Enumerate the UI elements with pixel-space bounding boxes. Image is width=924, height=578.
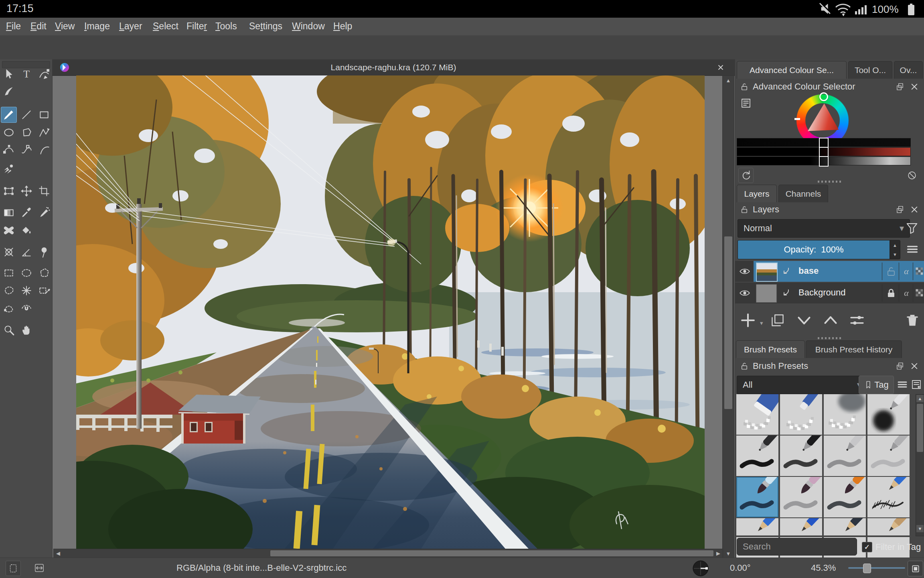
pan-mode-icon[interactable] [34, 563, 45, 573]
layer-row-base[interactable]: baseα [735, 261, 924, 282]
canvas-painting[interactable] [76, 75, 705, 549]
selection-display-mode-button[interactable] [6, 561, 21, 576]
brush-tag-filter-dropdown[interactable]: All▾ [737, 376, 867, 394]
tool-transform[interactable] [1, 183, 17, 199]
tool-smart-patch[interactable] [1, 222, 17, 238]
close-docker-icon[interactable] [910, 205, 919, 214]
docker-lock-icon[interactable] [740, 205, 749, 214]
brush-preset-12[interactable] [867, 477, 910, 517]
menu-item-tools[interactable]: Tools [215, 21, 237, 32]
tab-tool-o-[interactable]: Tool O... [848, 61, 892, 79]
tool-freehand-path[interactable] [18, 142, 34, 158]
scroll-left-icon[interactable]: ◀ [55, 549, 62, 558]
brush-preset-8[interactable] [867, 436, 910, 476]
tab-advanced-colour-se-[interactable]: Advanced Colour Se... [737, 61, 847, 79]
close-docker-icon[interactable] [910, 82, 919, 91]
tool-multibrush[interactable] [1, 161, 17, 177]
brush-preset-11[interactable] [824, 477, 866, 517]
tool-bezier-curve[interactable] [1, 142, 17, 158]
filter-in-tag-checkbox[interactable]: ✓Filter in Tag [862, 539, 921, 555]
tag-button[interactable]: Tag [859, 376, 894, 394]
menu-item-image[interactable]: Image [84, 21, 110, 32]
tool-bezier-select[interactable] [1, 300, 17, 316]
layer-inherit-alpha-icon[interactable] [914, 287, 924, 298]
menu-item-file[interactable]: File [6, 21, 21, 32]
docker-lock-icon[interactable] [740, 362, 749, 370]
brush-preset-1[interactable] [736, 394, 778, 435]
duplicate-layer-button[interactable] [769, 311, 786, 329]
layer-alpha-icon[interactable]: α [900, 287, 912, 299]
brush-preset-3[interactable] [824, 394, 866, 435]
brush-preset-5[interactable] [736, 436, 778, 476]
brush-preset-6[interactable] [780, 436, 822, 476]
brush-view-detail-icon[interactable] [910, 376, 923, 393]
menu-item-window[interactable]: Window [292, 21, 325, 32]
tool-pan[interactable] [18, 322, 34, 338]
tool-color-sampler[interactable] [18, 205, 34, 221]
tool-freehand-select[interactable] [1, 283, 17, 299]
scroll-down-icon[interactable]: ▼ [723, 550, 734, 557]
brush-scroll-thumb[interactable] [917, 404, 923, 452]
rotation-dial[interactable] [692, 560, 709, 577]
tab-brush-preset-history[interactable]: Brush Preset History [806, 340, 902, 358]
brush-search-input[interactable]: Search [737, 538, 857, 556]
float-docker-icon[interactable] [896, 362, 904, 370]
brush-preset-7[interactable] [824, 436, 866, 476]
float-docker-icon[interactable] [896, 205, 904, 214]
tool-freehand-brush-selected[interactable] [1, 107, 17, 123]
layer-unlock-icon[interactable] [884, 265, 898, 278]
splitter-handle-2[interactable] [818, 337, 842, 339]
move-layer-down-button[interactable] [795, 311, 813, 329]
add-layer-button[interactable] [739, 311, 757, 329]
tab-ov-[interactable]: Ov... [894, 61, 923, 79]
splitter-handle[interactable] [818, 181, 842, 183]
tool-arc[interactable] [36, 142, 52, 158]
menu-item-layer[interactable]: Layer [119, 21, 142, 32]
menu-item-filter[interactable]: Filter [186, 21, 207, 32]
tool-zoom[interactable] [1, 322, 17, 338]
layer-alpha-icon[interactable]: α [900, 265, 912, 278]
tool-calligraphy[interactable] [1, 83, 17, 100]
layer-inherit-alpha-icon[interactable] [914, 266, 924, 276]
tool-text[interactable]: T [18, 66, 34, 82]
tool-gradient[interactable] [1, 205, 17, 221]
brush-preset-2[interactable] [780, 394, 822, 435]
brush-preset-4[interactable] [867, 394, 910, 435]
scroll-up-icon[interactable]: ▲ [723, 77, 734, 84]
menu-item-settings[interactable]: Settings [249, 21, 282, 32]
layer-options-burger-icon[interactable] [904, 241, 921, 258]
layer-name[interactable]: base [798, 266, 819, 276]
layer-name[interactable]: Background [798, 287, 845, 298]
delete-layer-button[interactable] [904, 311, 921, 329]
hue-marker[interactable] [819, 92, 828, 101]
scroll-right-icon[interactable]: ▶ [715, 549, 722, 558]
layer-visibility-eye-icon[interactable] [738, 287, 751, 299]
tab-brush-presets[interactable]: Brush Presets [736, 340, 805, 358]
tool-polygon-select[interactable] [36, 265, 52, 281]
tool-polyline[interactable] [36, 124, 52, 140]
brush-preset-9-selected[interactable] [736, 477, 778, 517]
docker-lock-icon[interactable] [740, 82, 749, 91]
tool-line[interactable] [18, 107, 34, 123]
tool-edit-shapes[interactable] [36, 66, 52, 82]
tool-move[interactable] [18, 183, 34, 199]
tool-reference-images[interactable] [36, 244, 52, 260]
float-docker-icon[interactable] [896, 82, 904, 91]
layer-lock-icon[interactable] [884, 287, 898, 299]
shade-bar-marker-3[interactable] [819, 156, 829, 167]
brush-preset-10[interactable] [780, 477, 822, 517]
layer-properties-button[interactable] [848, 311, 866, 329]
tool-pattern-edit[interactable] [36, 205, 52, 221]
menu-item-help[interactable]: Help [333, 21, 352, 32]
vscroll-thumb[interactable] [724, 236, 732, 409]
canvas-only-mode-button[interactable] [908, 561, 923, 576]
layer-visibility-eye-icon[interactable] [738, 265, 751, 278]
color-history-refresh-button[interactable] [738, 168, 754, 183]
zoom-slider[interactable] [848, 567, 905, 569]
document-titlebar[interactable]: Landscape-raghu.kra (120.7 MiB) [52, 59, 735, 76]
move-layer-up-button[interactable] [822, 311, 839, 329]
layer-blending-mode-dropdown[interactable]: Normal▾ [738, 219, 910, 238]
menu-item-edit[interactable]: Edit [30, 21, 47, 32]
layer-thumbnail[interactable] [756, 284, 777, 303]
tool-ellipse-select[interactable] [18, 265, 34, 281]
